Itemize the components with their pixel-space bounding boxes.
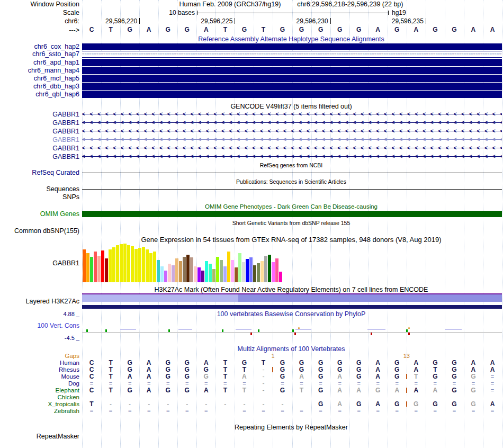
- gtex-expression-bar[interactable]: [235, 267, 238, 282]
- alignment-row[interactable]: Dog=========-============: [0, 380, 503, 387]
- alignment-row[interactable]: ElephantCTGAGGATT-GTGAAGAAAGG=: [0, 387, 503, 394]
- gtex-row[interactable]: GABBR1: [0, 244, 503, 282]
- alignment-row[interactable]: X_tropicalisT----------GAGAGGGGGA: [0, 401, 503, 408]
- gtex-expression-bar[interactable]: [109, 249, 112, 282]
- haplotype-label[interactable]: chr6_ssto_hap7: [0, 51, 79, 58]
- gtex-expression-bar[interactable]: [86, 253, 89, 282]
- species-label[interactable]: Mouse: [0, 373, 79, 380]
- haplotype-bar[interactable]: [82, 91, 502, 98]
- gene-model[interactable]: < < < < < < < < < < < < < < < < < < < < …: [82, 145, 502, 152]
- gtex-expression-bar[interactable]: [94, 252, 97, 282]
- gtex-expression-bar[interactable]: [131, 246, 134, 282]
- omim-row[interactable]: OMIM Genes: [0, 211, 503, 217]
- gtex-expression-bar[interactable]: [268, 255, 271, 282]
- phylop-track-label[interactable]: 100 Vert. Cons: [0, 322, 79, 329]
- gtex-expression-bar[interactable]: [153, 252, 156, 282]
- gtex-expression-bar[interactable]: [209, 264, 212, 282]
- snps-row[interactable]: SNPs: [0, 193, 503, 201]
- refseq-curated-row[interactable]: RefSeq Curated: [0, 169, 503, 176]
- haplotype-label[interactable]: chr6_cox_hap2: [0, 43, 79, 50]
- gene-label[interactable]: GABBR1: [0, 136, 79, 144]
- haplotype-bar[interactable]: [82, 75, 502, 82]
- gtex-expression-bar[interactable]: [175, 258, 178, 282]
- omim-genes-label[interactable]: OMIM Genes: [0, 211, 79, 217]
- gtex-expression-bar[interactable]: [101, 250, 104, 282]
- sequences-item[interactable]: [82, 189, 502, 190]
- gene-label[interactable]: GABBR1: [0, 145, 79, 152]
- alignment-row[interactable]: MouseCTAAGGGTA-GAGAGAGTGGG=: [0, 373, 503, 380]
- gene-model[interactable]: < < < < < < < < < < < < < < < < < < < < …: [82, 136, 502, 144]
- haplotype-bar[interactable]: [82, 43, 502, 50]
- species-label[interactable]: Dog: [0, 380, 79, 387]
- gtex-expression-bar[interactable]: [238, 253, 241, 282]
- gtex-expression-bar[interactable]: [160, 266, 164, 282]
- species-label[interactable]: Human: [0, 360, 79, 366]
- gtex-expression-bar[interactable]: [90, 257, 93, 282]
- haplotype-bar[interactable]: [82, 83, 502, 90]
- refseq-curated-item[interactable]: [82, 173, 502, 173]
- gtex-expression-bar[interactable]: [231, 260, 234, 282]
- gtex-expression-bar[interactable]: [220, 260, 223, 282]
- gtex-expression-bar[interactable]: [183, 257, 186, 282]
- haplotype-label[interactable]: chr6_mann_hap4: [0, 67, 79, 74]
- repeatmasker-label[interactable]: RepeatMasker: [0, 432, 79, 441]
- gtex-expression-bar[interactable]: [83, 249, 86, 282]
- refseq-curated-label[interactable]: RefSeq Curated: [0, 169, 79, 176]
- gtex-expression-bar[interactable]: [120, 244, 123, 282]
- gtex-expression-bar[interactable]: [212, 269, 215, 282]
- haplotype-bar[interactable]: ««««««««««««««««««««««««««««««««««««««««…: [82, 51, 502, 58]
- gtex-expression-bar[interactable]: [205, 261, 208, 282]
- gtex-expression-bar[interactable]: [179, 261, 182, 282]
- gene-model[interactable]: < < < < < < < < < < < < < < < < < < < < …: [82, 128, 502, 135]
- gtex-expression-bar[interactable]: [123, 244, 127, 282]
- gene-label[interactable]: GABBR1: [0, 111, 79, 118]
- gtex-expression-bar[interactable]: [246, 259, 249, 282]
- gtex-expression-bar[interactable]: [164, 271, 167, 282]
- gtex-expression-bar[interactable]: [149, 253, 152, 282]
- gtex-expression-bar[interactable]: [142, 247, 145, 282]
- alignment-row[interactable]: RhesusCTGAGGGTT-GGGGGAGATGAA: [0, 366, 503, 373]
- gtex-expression-bar[interactable]: [216, 257, 219, 282]
- sequences-label[interactable]: Sequences: [0, 185, 79, 193]
- species-label[interactable]: Elephant: [0, 387, 79, 394]
- snps-label[interactable]: SNPs: [0, 193, 79, 201]
- alignment-row[interactable]: Chicken: [0, 394, 503, 401]
- haplotype-bar[interactable]: [82, 67, 502, 74]
- gene-model[interactable]: < < < < < < < < < < < < < < < < < < < < …: [82, 119, 502, 127]
- gtex-expression-bar[interactable]: [264, 256, 267, 282]
- gene-label[interactable]: GABBR1: [0, 128, 79, 135]
- gtex-expression-bar[interactable]: [112, 247, 115, 282]
- gtex-expression-bar[interactable]: [275, 258, 279, 282]
- species-label[interactable]: Zebrafish: [0, 408, 79, 415]
- repeatmasker-row[interactable]: RepeatMasker: [0, 432, 503, 441]
- species-label[interactable]: Chicken: [0, 394, 79, 401]
- h3k27ac-label[interactable]: Layered H3K27Ac: [0, 293, 79, 309]
- gtex-expression-bar[interactable]: [116, 245, 119, 282]
- gene-label[interactable]: GABBR1: [0, 119, 79, 127]
- omim-gene-bar[interactable]: [82, 211, 502, 217]
- haplotype-label[interactable]: chr6_qbl_hap6: [0, 91, 79, 98]
- gtex-expression-bar[interactable]: [146, 249, 149, 282]
- gtex-expression-bar[interactable]: [134, 249, 138, 282]
- phylop-plot[interactable]: 100 Vert. Cons -4.5 _: [0, 318, 503, 342]
- gtex-expression-bar[interactable]: [253, 265, 256, 282]
- sequences-row[interactable]: Sequences: [0, 185, 503, 193]
- gtex-expression-bar[interactable]: [190, 257, 193, 282]
- h3k27ac-row[interactable]: Layered H3K27Ac: [0, 293, 503, 309]
- gtex-expression-bar[interactable]: [172, 265, 175, 282]
- dbsnp-row[interactable]: Common dbSNP(155): [0, 227, 503, 235]
- gtex-expression-bar[interactable]: [127, 245, 130, 282]
- haplotype-label[interactable]: chr6_apd_hap1: [0, 59, 79, 66]
- dbsnp-label[interactable]: Common dbSNP(155): [0, 227, 79, 235]
- species-label[interactable]: Rhesus: [0, 366, 79, 373]
- gtex-expression-bar[interactable]: [105, 258, 108, 282]
- gtex-expression-bar[interactable]: [242, 262, 245, 282]
- gtex-expression-bar[interactable]: [279, 272, 282, 282]
- gtex-expression-bar[interactable]: [194, 266, 197, 282]
- gtex-expression-bar[interactable]: [168, 264, 171, 282]
- gtex-expression-bar[interactable]: [138, 248, 141, 282]
- alignment-row[interactable]: HumanCTGAGGATGTGGGGGAGAGGAA: [0, 360, 503, 366]
- gtex-expression-bar[interactable]: [227, 252, 230, 282]
- gtex-expression-bar[interactable]: [272, 262, 275, 282]
- gene-label[interactable]: GABBR1: [0, 153, 79, 160]
